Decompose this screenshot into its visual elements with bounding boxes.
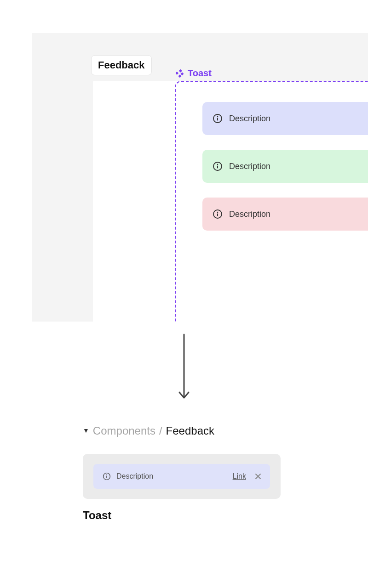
toast-preview-link[interactable]: Link: [233, 472, 246, 481]
svg-point-8: [217, 164, 218, 165]
svg-point-5: [217, 116, 218, 118]
breadcrumb-parent[interactable]: Components: [93, 424, 155, 437]
toast-variant-error[interactable]: Description: [202, 198, 368, 231]
svg-rect-0: [179, 69, 182, 73]
component-name: Toast: [83, 509, 290, 522]
svg-rect-12: [217, 214, 218, 216]
svg-rect-3: [178, 74, 181, 78]
library-entry: ▼ Components / Feedback Description Link: [83, 424, 290, 522]
frame-label-text: Toast: [188, 68, 212, 79]
info-icon: [213, 209, 223, 219]
arrow-down-icon: [183, 334, 185, 401]
toast-variant-info[interactable]: Description: [202, 102, 368, 135]
frame-label[interactable]: Toast: [175, 68, 212, 79]
toast-text: Description: [229, 114, 270, 124]
svg-rect-9: [217, 166, 218, 169]
artboard[interactable]: Toast Description: [93, 81, 368, 322]
svg-point-11: [217, 212, 218, 213]
svg-rect-1: [176, 71, 178, 74]
info-icon: [213, 161, 223, 171]
svg-rect-6: [217, 118, 218, 121]
component-preview-card[interactable]: Description Link: [83, 454, 281, 499]
toast-variant-stack: Description Description: [202, 102, 368, 231]
toast-preview-text: Description: [116, 472, 233, 481]
svg-rect-16: [106, 476, 107, 478]
chevron-down-icon[interactable]: ▼: [83, 427, 89, 434]
close-icon[interactable]: [254, 473, 262, 480]
info-icon: [102, 471, 112, 481]
component-icon: [175, 68, 185, 79]
svg-rect-2: [180, 72, 184, 75]
svg-point-15: [106, 475, 107, 475]
breadcrumb: ▼ Components / Feedback: [83, 424, 290, 437]
toast-variant-success[interactable]: Description: [202, 150, 368, 183]
section-tag-feedback[interactable]: Feedback: [91, 55, 152, 75]
toast-preview: Description Link: [93, 464, 270, 489]
breadcrumb-separator: /: [159, 424, 162, 437]
toast-text: Description: [229, 162, 270, 171]
toast-text: Description: [229, 209, 270, 219]
breadcrumb-current[interactable]: Feedback: [166, 424, 214, 437]
info-icon: [213, 113, 223, 124]
design-canvas[interactable]: Feedback Toast: [32, 33, 368, 322]
section-tag-label: Feedback: [98, 59, 145, 71]
